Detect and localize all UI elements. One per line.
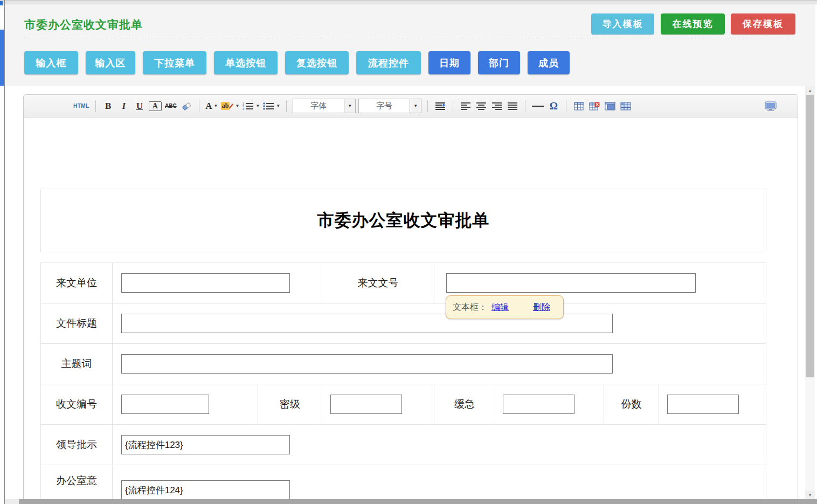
table-row: 收文编号 密级 缓急 份数 [41, 384, 766, 425]
table-row: 来文单位 来文文号 [41, 263, 766, 303]
import-template-button[interactable]: 导入模板 [591, 13, 654, 34]
widget-toolbar: 输入框 输入区 下拉菜单 单选按钮 复选按钮 流程控件 日期 部门 成员 [24, 51, 570, 74]
window-bottom-edge [19, 499, 817, 504]
window-corner-chip [0, 1, 3, 5]
indent-icon[interactable] [434, 99, 447, 113]
delete-link[interactable]: 删除 [533, 302, 550, 313]
fullscreen-icon[interactable] [764, 99, 777, 113]
background-window-strip [0, 30, 4, 86]
form-title: 市委办公室收文审批单 [317, 209, 490, 232]
edit-link[interactable]: 编辑 [491, 302, 509, 313]
bold-icon[interactable]: B [102, 99, 115, 113]
security-level-input[interactable] [330, 395, 402, 414]
underline-icon[interactable]: U [133, 99, 146, 113]
label-doc-number: 来文文号 [322, 263, 434, 303]
font-color-icon[interactable]: A▼ [205, 99, 218, 113]
chevron-down-icon: ▼ [213, 103, 218, 108]
table-row: 办公室意 [41, 465, 766, 504]
format-block-icon[interactable]: A [149, 101, 162, 111]
vertical-scrollbar[interactable]: ▲ ▼ [805, 86, 815, 499]
strikethrough-icon[interactable]: ABC [164, 99, 177, 113]
toolbar-separator [286, 100, 287, 112]
widget-dropdown-button[interactable]: 下拉菜单 [143, 51, 206, 74]
page-title: 市委办公室收文审批单 [24, 17, 143, 32]
label-urgency: 缓急 [434, 384, 495, 424]
label-leader-instructions: 领导批示 [41, 425, 113, 465]
italic-icon[interactable]: I [117, 99, 130, 113]
toolbar-separator [199, 100, 199, 112]
table-props-icon[interactable] [619, 99, 632, 113]
label-subject-words: 主题词 [41, 344, 113, 384]
label-copies: 份数 [604, 384, 659, 424]
textbox-context-tooltip: 文本框： 编辑 删除 [446, 295, 564, 319]
toolbar-separator [427, 100, 428, 112]
main-area: HTML B I U A ABC A▼ ab ▼ 123 ▼ [5, 86, 815, 499]
source-code-icon[interactable]: HTML [73, 99, 89, 113]
toolbar-separator [453, 100, 453, 112]
label-security-level: 密级 [258, 384, 322, 424]
label-source-unit: 来文单位 [41, 263, 113, 303]
copies-input[interactable] [667, 395, 739, 414]
window-bottom-edge [5, 499, 19, 504]
highlight-color-icon[interactable]: ab ▼ [221, 99, 240, 113]
office-opinion-input[interactable] [121, 480, 290, 500]
widget-department-button[interactable]: 部门 [478, 51, 520, 74]
widget-flow-control-button[interactable]: 流程控件 [356, 51, 421, 74]
tooltip-label: 文本框： [453, 302, 487, 313]
svg-text:3: 3 [243, 107, 244, 111]
insert-table-icon[interactable] [572, 99, 585, 113]
label-receipt-number: 收文编号 [41, 384, 113, 424]
toolbar-separator [525, 100, 525, 112]
chevron-down-icon: ▼ [255, 103, 260, 108]
font-family-select[interactable]: 字体 ▼ [293, 99, 356, 113]
table-row: 领导批示 [41, 425, 766, 465]
toolbar-separator [566, 100, 566, 112]
receipt-number-input[interactable] [121, 395, 209, 414]
form-table: 来文单位 来文文号 文件标题 主题词 收文编号 密级 [40, 263, 766, 504]
pencil-icon [229, 103, 233, 109]
widget-date-button[interactable]: 日期 [428, 51, 470, 74]
widget-input-box-button[interactable]: 输入框 [24, 51, 78, 74]
horizontal-rule-icon[interactable] [531, 99, 544, 113]
chevron-down-icon: ▼ [235, 103, 239, 108]
align-left-icon[interactable] [459, 99, 472, 113]
chevron-down-icon[interactable]: ▼ [410, 99, 421, 113]
scrollbar-thumb[interactable] [806, 95, 814, 377]
delete-table-icon[interactable] [588, 99, 601, 113]
table-row: 主题词 [41, 344, 766, 384]
widget-member-button[interactable]: 成员 [528, 51, 570, 74]
scroll-up-icon[interactable]: ▲ [805, 86, 815, 95]
table-cell-props-icon[interactable] [604, 99, 617, 113]
editor-toolbar: HTML B I U A ABC A▼ ab ▼ 123 ▼ [24, 95, 798, 118]
label-doc-title: 文件标题 [41, 303, 113, 343]
scroll-down-icon[interactable]: ▼ [805, 491, 815, 499]
doc-number-input[interactable] [446, 273, 696, 293]
bullet-list-icon[interactable]: ▼ [262, 99, 280, 113]
widget-input-area-button[interactable]: 输入区 [86, 51, 135, 74]
widget-radio-button[interactable]: 单选按钮 [214, 51, 278, 74]
align-justify-icon[interactable] [506, 99, 519, 113]
widget-checkbox-button[interactable]: 复选按钮 [285, 51, 349, 74]
window-top-edge [0, 0, 817, 4]
leader-instructions-input[interactable] [121, 435, 290, 454]
special-char-icon[interactable]: Ω [547, 99, 560, 113]
form-title-box: 市委办公室收文审批单 [40, 189, 766, 252]
online-preview-button[interactable]: 在线预览 [661, 13, 725, 34]
subject-words-input[interactable] [121, 354, 613, 374]
chevron-down-icon[interactable]: ▼ [344, 99, 355, 113]
urgency-input[interactable] [503, 395, 574, 414]
remove-format-icon[interactable] [180, 99, 193, 113]
align-right-icon[interactable] [490, 99, 503, 113]
align-center-icon[interactable] [475, 99, 488, 113]
header-divider [24, 38, 793, 38]
chevron-down-icon: ▼ [276, 103, 280, 108]
toolbar-separator [95, 100, 96, 112]
source-unit-input[interactable] [121, 273, 290, 293]
table-row: 文件标题 [41, 303, 766, 344]
editor-canvas[interactable]: 市委办公室收文审批单 来文单位 来文文号 文件标题 主题词 [24, 118, 798, 504]
ordered-list-icon[interactable]: 123 ▼ [242, 99, 260, 113]
save-template-button[interactable]: 保存模板 [731, 13, 795, 34]
rich-text-editor: HTML B I U A ABC A▼ ab ▼ 123 ▼ [23, 94, 798, 504]
font-size-select[interactable]: 字号 ▼ [358, 99, 421, 113]
label-office-opinion: 办公室意 [41, 465, 113, 504]
